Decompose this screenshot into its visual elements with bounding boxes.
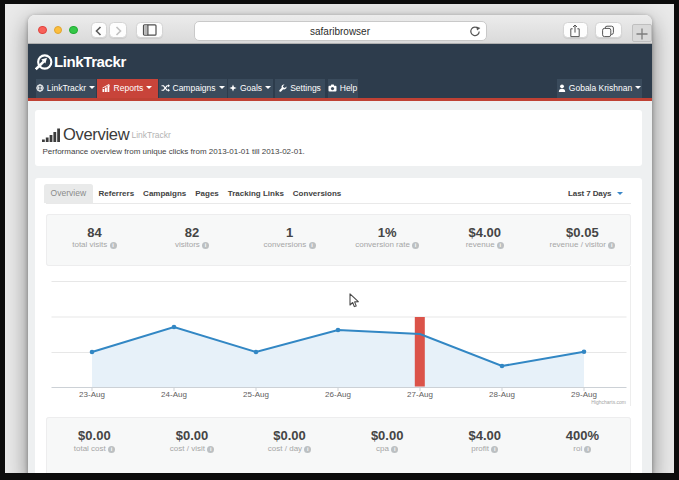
- svg-text:23-Aug: 23-Aug: [79, 390, 105, 399]
- svg-text:28-Aug: 28-Aug: [489, 390, 515, 399]
- svg-text:26-Aug: 26-Aug: [325, 390, 351, 399]
- svg-text:24-Aug: 24-Aug: [161, 390, 187, 399]
- svg-text:29-Aug: 29-Aug: [571, 390, 597, 399]
- svg-text:Highcharts.com: Highcharts.com: [591, 399, 626, 405]
- svg-text:25-Aug: 25-Aug: [243, 390, 269, 399]
- svg-text:27-Aug: 27-Aug: [407, 390, 433, 399]
